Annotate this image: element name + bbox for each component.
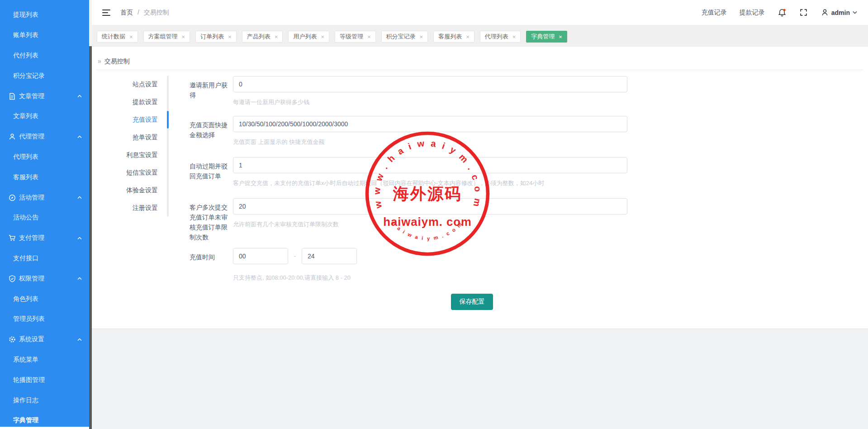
sidebar-group-article[interactable]: 文章管理 <box>0 86 89 106</box>
breadcrumb: 首页 / 交易控制 <box>120 9 169 17</box>
close-icon[interactable]: × <box>420 34 423 40</box>
tab-user-list[interactable]: 用户列表× <box>288 31 329 43</box>
settings-side-tabs: 站点设置 提款设置 充值设置 抢单设置 利息宝设置 短信宝设置 体验金设置 注册… <box>92 76 167 217</box>
sidebar-item-system-menu[interactable]: 系统菜单 <box>0 350 89 370</box>
person-icon <box>821 9 829 16</box>
side-tab-site-settings[interactable]: 站点设置 <box>92 76 167 93</box>
tab-label: 客服列表 <box>438 33 462 41</box>
sidebar-item-activity-notice[interactable]: 活动公告 <box>0 208 89 228</box>
sidebar-group-agent[interactable]: 代理管理 <box>0 127 89 147</box>
sidebar-item-admin-list[interactable]: 管理员列表 <box>0 309 89 329</box>
side-tab-withdraw-settings[interactable]: 提款设置 <box>92 93 167 111</box>
field-help: 每邀请一位新用户获得多少钱 <box>233 98 627 106</box>
chevron-up-icon <box>77 135 82 138</box>
sidebar-item-payment-api[interactable]: 支付接口 <box>0 248 89 269</box>
document-icon <box>9 93 16 100</box>
field-label: 客户多次提交充值订单未审核充值订单限制次数 <box>190 202 230 242</box>
tab-label: 产品列表 <box>247 33 270 41</box>
side-tabs-active-bar <box>167 111 169 129</box>
sidebar-item-label: 积分宝记录 <box>13 72 45 80</box>
field-help: 客户提交充值，未支付的充值订单x小时后自动过期驳回（驳回内容在帮助中心-文本内容… <box>233 179 627 187</box>
sidebar-item-withdraw-list[interactable]: 提现列表 <box>0 5 89 25</box>
tab-plan-group[interactable]: 方案组管理× <box>143 31 190 43</box>
tab-level-manage[interactable]: 等级管理× <box>335 31 376 43</box>
field-label: 充值页面快捷金额选择 <box>190 120 230 140</box>
side-tab-grab-settings[interactable]: 抢单设置 <box>92 129 167 146</box>
field-help: 只支持整点, 如08:00-20:00,请直接输入 8 - 20 <box>233 274 627 282</box>
sidebar-bottom-gap <box>0 427 89 429</box>
people-icon <box>9 133 16 140</box>
unaudited-limit-input[interactable]: 20 <box>233 198 627 214</box>
tab-points-record[interactable]: 积分宝记录× <box>381 31 428 43</box>
breadcrumb-home[interactable]: 首页 <box>120 9 133 16</box>
tab-dictionary[interactable]: 字典管理× <box>526 31 567 43</box>
recharge-record-link[interactable]: 充值记录 <box>702 9 727 17</box>
sidebar-group-label: 文章管理 <box>19 92 44 100</box>
sidebar-item-label: 操作日志 <box>13 396 38 405</box>
sidebar-group-payment[interactable]: 支付管理 <box>0 228 89 248</box>
close-icon[interactable]: × <box>228 34 232 40</box>
sidebar-item-bill-list[interactable]: 账单列表 <box>0 25 89 46</box>
save-config-button[interactable]: 保存配置 <box>451 294 493 310</box>
notification-bell-icon[interactable] <box>778 8 787 17</box>
sidebar-scrollbar[interactable] <box>89 46 92 429</box>
close-icon[interactable]: × <box>466 34 470 40</box>
close-icon[interactable]: × <box>129 34 133 40</box>
close-icon[interactable]: × <box>559 34 562 40</box>
sidebar-item-label: 账单列表 <box>13 31 38 39</box>
close-icon[interactable]: × <box>275 34 278 40</box>
username: admin <box>831 9 850 16</box>
side-tab-recharge-settings[interactable]: 充值设置 <box>92 111 167 129</box>
sidebar-item-service-list[interactable]: 客服列表 <box>0 167 89 187</box>
sidebar-item-article-list[interactable]: 文章列表 <box>0 106 89 127</box>
tab-label: 订单列表 <box>200 33 224 41</box>
field-label: 自动过期并驳回充值订单 <box>190 161 230 181</box>
close-icon[interactable]: × <box>512 34 516 40</box>
withdraw-record-link[interactable]: 提款记录 <box>740 9 765 17</box>
tab-statistics[interactable]: 统计数据× <box>97 31 138 43</box>
tab-label: 用户列表 <box>293 33 317 41</box>
header-actions: 充值记录 提款记录 admin <box>702 8 857 17</box>
sidebar-group-system[interactable]: 系统设置 <box>0 329 89 350</box>
user-menu[interactable]: admin <box>821 9 857 16</box>
invite-reward-input[interactable]: 0 <box>233 76 627 92</box>
menu-collapse-icon[interactable] <box>102 10 110 16</box>
sidebar-item-label: 字典管理 <box>13 416 38 424</box>
fullscreen-icon[interactable] <box>799 8 808 17</box>
recharge-time-from-input[interactable]: 00 <box>233 248 288 264</box>
tab-agent-list[interactable]: 代理列表× <box>480 31 521 43</box>
sidebar-group-label: 活动管理 <box>19 194 44 202</box>
sidebar-group-activity[interactable]: 活动管理 <box>0 187 89 208</box>
sidebar-item-label: 代理列表 <box>13 153 38 161</box>
tab-product-list[interactable]: 产品列表× <box>242 31 283 43</box>
close-icon[interactable]: × <box>182 34 185 40</box>
quick-amounts-input[interactable]: 10/30/50/100/200/500/1000/2000/3000 <box>233 116 627 132</box>
sidebar-group-label: 支付管理 <box>19 234 44 242</box>
side-tab-sms-settings[interactable]: 短信宝设置 <box>92 164 167 181</box>
close-icon[interactable]: × <box>321 34 324 40</box>
tab-service-list[interactable]: 客服列表× <box>433 31 474 43</box>
close-icon[interactable]: × <box>367 34 371 40</box>
sidebar-item-dictionary[interactable]: 字典管理 <box>0 410 89 429</box>
sidebar-item-op-log[interactable]: 操作日志 <box>0 390 89 410</box>
tab-order-list[interactable]: 订单列表× <box>195 31 237 43</box>
sidebar-item-role-list[interactable]: 角色列表 <box>0 289 89 309</box>
field-help: 充值页面 上面显示的 快捷充值金额 <box>233 138 627 146</box>
side-tab-interest-settings[interactable]: 利息宝设置 <box>92 146 167 164</box>
sidebar-item-label: 活动公告 <box>13 214 38 222</box>
field-label: 邀请新用户获得 <box>190 80 230 100</box>
side-tab-trial-settings[interactable]: 体验金设置 <box>92 181 167 199</box>
sidebar-item-agent-list[interactable]: 代理列表 <box>0 147 89 167</box>
section-marker: » <box>98 57 101 65</box>
chevron-up-icon <box>77 237 82 240</box>
sidebar-group-permission[interactable]: 权限管理 <box>0 268 89 289</box>
sidebar-item-carousel[interactable]: 轮播图管理 <box>0 370 89 390</box>
section-title: »交易控制 <box>98 57 130 66</box>
auto-expire-input[interactable]: 1 <box>233 157 627 173</box>
tab-label: 统计数据 <box>102 33 125 41</box>
sidebar-item-points-record[interactable]: 积分宝记录 <box>0 66 89 86</box>
side-tabs-track <box>167 76 169 217</box>
side-tab-register-settings[interactable]: 注册设置 <box>92 199 167 217</box>
recharge-time-to-input[interactable]: 24 <box>302 248 357 264</box>
sidebar-item-payout-list[interactable]: 代付列表 <box>0 46 89 66</box>
